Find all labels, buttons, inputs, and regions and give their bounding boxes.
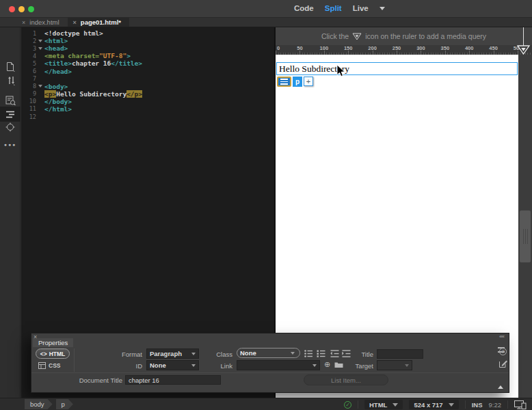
code-segment: > bbox=[127, 52, 131, 59]
validation-ok-icon[interactable]: ✓ bbox=[344, 401, 351, 409]
inspect-icon[interactable] bbox=[0, 120, 21, 135]
tab-label: index.html bbox=[29, 18, 59, 26]
divider bbox=[358, 400, 358, 409]
live-source-icon[interactable] bbox=[0, 93, 21, 108]
id-dropdown[interactable]: None bbox=[146, 360, 199, 370]
code-line[interactable]: 3<head> bbox=[21, 44, 274, 52]
more-options-icon[interactable]: ●●● bbox=[0, 137, 21, 152]
tag-selector: bodyp bbox=[25, 399, 73, 409]
code-line[interactable]: 10</body> bbox=[21, 98, 274, 105]
code-line[interactable]: 11</html> bbox=[21, 105, 274, 113]
html-mode-button[interactable]: <> HTML bbox=[36, 348, 70, 359]
class-dropdown[interactable]: None bbox=[237, 348, 300, 358]
target-label: Target bbox=[339, 362, 373, 370]
fold-arrow-icon[interactable] bbox=[38, 85, 42, 87]
add-media-query-marker[interactable] bbox=[516, 45, 531, 55]
list-item-button[interactable]: List Item... bbox=[304, 374, 388, 385]
code-segment: <!doctype html> bbox=[44, 29, 103, 37]
divider bbox=[465, 400, 466, 409]
fold-gutter[interactable] bbox=[36, 47, 44, 50]
close-tab-icon[interactable]: × bbox=[22, 19, 25, 26]
code-segment: <head> bbox=[44, 44, 68, 52]
line-number: 11 bbox=[21, 105, 36, 112]
code-line[interactable]: 1<!doctype html> bbox=[21, 29, 274, 37]
document-tab[interactable]: ×index.html bbox=[16, 18, 68, 27]
code-text: </html> bbox=[44, 105, 72, 113]
code-line[interactable]: 9<p>Hello Subdirectory</p> bbox=[21, 90, 274, 98]
code-line[interactable]: 12 bbox=[21, 113, 274, 120]
cursor-position: 9:22 bbox=[489, 401, 502, 409]
document-tab[interactable]: ×page01.html* bbox=[68, 18, 129, 27]
fold-gutter[interactable] bbox=[36, 40, 44, 42]
code-line[interactable]: 5<title>chapter 16</title> bbox=[21, 59, 274, 67]
code-line[interactable]: 4<meta charset="UTF-8"> bbox=[21, 52, 274, 59]
code-line[interactable]: 2<html> bbox=[21, 37, 274, 44]
properties-tab[interactable]: Properties bbox=[33, 338, 73, 347]
mq-hint-text-after: icon on the ruler to add a media query bbox=[365, 32, 486, 40]
close-tab-icon[interactable]: × bbox=[73, 19, 77, 26]
line-number: 5 bbox=[21, 60, 36, 67]
format-dropdown[interactable]: Paragraph bbox=[146, 348, 199, 359]
code-line[interactable]: 8<body> bbox=[21, 83, 274, 90]
code-segment: <title> bbox=[44, 59, 72, 67]
device-preview-icon[interactable] bbox=[514, 400, 527, 409]
selected-paragraph[interactable]: Hello Subdirectory bbox=[276, 62, 518, 75]
line-number: 10 bbox=[21, 98, 36, 105]
line-number: 3 bbox=[21, 45, 36, 52]
chevron-down-icon bbox=[291, 352, 295, 355]
file-management-icon[interactable] bbox=[0, 72, 21, 87]
code-line[interactable]: 7 bbox=[21, 75, 274, 83]
viewport-resize-handle[interactable] bbox=[520, 210, 531, 262]
minimize-window-button[interactable] bbox=[18, 6, 25, 12]
view-size-dropdown[interactable]: 524 x 717 bbox=[409, 400, 458, 409]
chevron-down-icon bbox=[405, 364, 409, 367]
code-segment: chapter 16 bbox=[72, 59, 111, 67]
unordered-list-icon[interactable] bbox=[304, 350, 313, 357]
ruler-label: 100 bbox=[320, 45, 329, 51]
tag-selector-item[interactable]: p bbox=[56, 399, 73, 409]
live-view-button[interactable]: Live bbox=[353, 4, 369, 12]
left-toolbar: ●●● bbox=[0, 27, 21, 410]
zoom-window-button[interactable] bbox=[28, 6, 34, 12]
line-number: 1 bbox=[21, 30, 36, 37]
fold-arrow-icon[interactable] bbox=[38, 40, 42, 42]
doctype-dropdown[interactable]: HTML bbox=[364, 400, 403, 409]
code-view-button[interactable]: Code bbox=[294, 4, 314, 12]
close-window-button[interactable] bbox=[9, 6, 15, 12]
target-dropdown[interactable] bbox=[377, 360, 412, 370]
code-text: <!doctype html> bbox=[44, 29, 103, 37]
collapse-panel-icon[interactable]: «« bbox=[499, 333, 504, 340]
chevron-down-icon bbox=[449, 403, 454, 407]
link-combo[interactable] bbox=[237, 360, 320, 370]
collapse-panel-arrow-icon[interactable] bbox=[498, 385, 503, 389]
open-documents-icon[interactable] bbox=[0, 59, 21, 74]
document-title-field[interactable]: chapter 16 bbox=[125, 375, 221, 385]
fold-gutter[interactable] bbox=[36, 85, 44, 87]
titlebar: Code Split Live bbox=[0, 0, 532, 18]
split-view-button[interactable]: Split bbox=[325, 4, 342, 12]
element-tag-label[interactable]: p bbox=[293, 77, 302, 87]
ordered-list-icon[interactable] bbox=[317, 350, 325, 357]
live-view-dropdown-icon[interactable] bbox=[380, 7, 385, 10]
mouse-cursor bbox=[336, 65, 345, 77]
title-field[interactable] bbox=[377, 349, 423, 359]
ruler[interactable]: 050100150200250300350400450500 bbox=[276, 45, 532, 55]
outdent-icon[interactable] bbox=[330, 350, 339, 357]
id-label: ID bbox=[97, 362, 142, 370]
code-text: <p>Hello Subdirectory</p> bbox=[44, 90, 142, 98]
add-element-button[interactable]: + bbox=[304, 77, 313, 86]
tag-selector-item[interactable]: body bbox=[25, 399, 53, 409]
edit-icon[interactable] bbox=[499, 359, 507, 368]
line-number: 6 bbox=[21, 68, 36, 74]
class-label: Class bbox=[196, 351, 232, 358]
media-query-icon bbox=[352, 33, 362, 40]
css-mode-button[interactable]: CSS bbox=[38, 361, 60, 370]
format-label: Format bbox=[97, 351, 142, 358]
help-icon[interactable]: ? bbox=[499, 348, 507, 355]
point-to-file-icon[interactable]: ⊕ bbox=[324, 360, 330, 369]
element-format-button[interactable] bbox=[277, 77, 291, 87]
code-line[interactable]: 6</head> bbox=[21, 67, 274, 74]
line-number: 12 bbox=[21, 113, 36, 120]
code-segment: <meta charset= bbox=[44, 52, 99, 59]
fold-arrow-icon[interactable] bbox=[38, 47, 42, 50]
